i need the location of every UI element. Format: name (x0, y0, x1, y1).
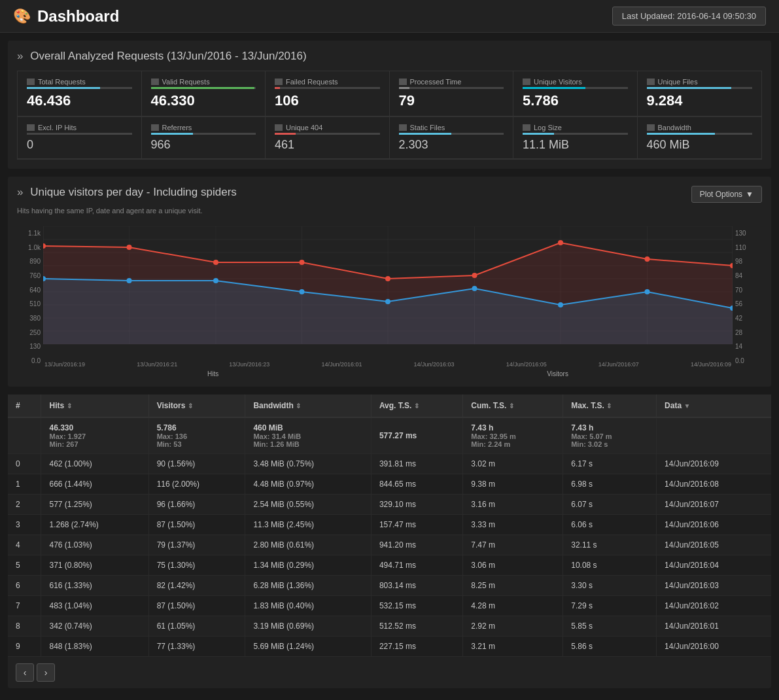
stat-icon (275, 124, 283, 131)
header: 🎨 Dashboard Last Updated: 2016-06-14 09:… (0, 0, 779, 33)
stat-icon (399, 79, 407, 85)
stat-card-bottom-2: Unique 404 461 (266, 117, 390, 159)
svg-point-24 (213, 260, 218, 265)
x-axis-labels: 13/Jun/2016:19 13/Jun/2016:21 13/Jun/201… (43, 361, 733, 368)
stat-card-top-0: Total Requests 46.436 (18, 71, 142, 116)
table-header: # Hits ⇕ Visitors ⇕ Bandwidth ⇕ Avg. T.S… (8, 394, 771, 417)
stats-top-grid: Total Requests 46.436 Valid Requests 46.… (17, 71, 762, 117)
stat-card-bottom-5: Bandwidth 460 MiB (638, 117, 762, 159)
table-row: 1 666 (1.44%) 116 (2.00%) 4.48 MiB (0.97… (8, 474, 771, 495)
stat-bar (647, 133, 753, 135)
col-hits[interactable]: Hits ⇕ (41, 394, 148, 417)
stat-bar (275, 133, 380, 135)
stat-bar (523, 133, 628, 135)
chart-svg (43, 226, 733, 357)
chart-arrow-icon: » (17, 186, 23, 198)
table-body: 46.330 Max: 1.927 Min: 267 5.786 Max: 13… (8, 417, 771, 657)
stat-icon (399, 124, 407, 131)
overview-title: » Overall Analyzed Requests (13/Jun/2016… (17, 50, 762, 63)
stat-bar (275, 87, 380, 89)
table-row: 0 462 (1.00%) 90 (1.56%) 3.48 MiB (0.75%… (8, 454, 771, 474)
table-section: # Hits ⇕ Visitors ⇕ Bandwidth ⇕ Avg. T.S… (8, 394, 771, 688)
stat-card-top-3: Processed Time 79 (390, 71, 514, 116)
chart-header: » Unique visitors per day - Including sp… (17, 186, 762, 224)
table-row: 7 483 (1.04%) 87 (1.50%) 1.83 MiB (0.40%… (8, 596, 771, 616)
svg-point-34 (213, 278, 218, 283)
svg-point-26 (385, 276, 390, 281)
y-axis-right: 130 110 98 84 70 56 42 28 14 0.0 (733, 226, 762, 377)
stat-card-bottom-1: Referrers 966 (142, 117, 266, 159)
dropdown-arrow-icon: ▼ (746, 190, 753, 199)
svg-point-35 (299, 289, 304, 294)
stat-icon (523, 124, 530, 131)
chart-inner: 13/Jun/2016:19 13/Jun/2016:21 13/Jun/201… (43, 226, 733, 377)
col-bandwidth[interactable]: Bandwidth ⇕ (245, 394, 371, 417)
stat-bar (151, 133, 256, 135)
svg-point-28 (558, 240, 563, 245)
prev-page-button[interactable]: ‹ (16, 663, 34, 682)
svg-point-37 (472, 286, 477, 291)
table-row: 9 848 (1.83%) 77 (1.33%) 5.69 MiB (1.24%… (8, 637, 771, 657)
stat-card-bottom-3: Static Files 2.303 (390, 117, 514, 159)
table-row: 8 342 (0.74%) 61 (1.05%) 3.19 MiB (0.69%… (8, 616, 771, 637)
stat-bar (27, 87, 132, 89)
stat-card-bottom-0: Excl. IP Hits 0 (18, 117, 142, 159)
col-num[interactable]: # (8, 394, 41, 417)
sort-icon: ⇕ (296, 402, 301, 410)
col-avg-ts[interactable]: Avg. T.S. ⇕ (371, 394, 462, 417)
stat-icon (27, 124, 35, 131)
table-row: 3 1.268 (2.74%) 87 (1.50%) 11.3 MiB (2.4… (8, 515, 771, 535)
stat-bar (399, 87, 504, 89)
svg-point-36 (385, 299, 390, 304)
table-row: 2 577 (1.25%) 96 (1.66%) 2.54 MiB (0.55%… (8, 495, 771, 515)
stat-bar (647, 87, 753, 89)
table-row: 6 616 (1.33%) 82 (1.42%) 6.28 MiB (1.36%… (8, 576, 771, 596)
svg-point-38 (558, 302, 563, 307)
y-axis-left: 1.1k 1.0k 890 760 640 510 380 250 130 0.… (17, 226, 43, 377)
col-max-ts[interactable]: Max. T.S. ⇕ (563, 394, 657, 417)
sort-icon: ⇕ (414, 402, 419, 410)
svg-point-33 (126, 278, 131, 283)
app-title: 🎨 Dashboard (13, 7, 119, 26)
svg-point-29 (644, 256, 649, 262)
svg-point-39 (644, 289, 649, 294)
sort-icon: ⇕ (188, 402, 193, 410)
stat-card-top-1: Valid Requests 46.330 (142, 71, 266, 116)
stat-icon (647, 124, 655, 131)
sort-icon: ⇕ (606, 402, 612, 410)
svg-point-25 (299, 260, 304, 265)
stats-bottom-grid: Excl. IP Hits 0 Referrers 966 Unique 404… (17, 117, 762, 160)
stat-card-top-2: Failed Requests 106 (266, 71, 390, 116)
axis-labels-row: Hits Visitors (43, 370, 733, 377)
stat-icon (27, 79, 35, 85)
next-page-button[interactable]: › (37, 663, 55, 682)
sort-icon: ⇕ (67, 402, 72, 410)
stat-icon (151, 124, 159, 131)
stat-icon (151, 79, 159, 85)
svg-point-23 (126, 245, 131, 250)
stat-card-top-4: Unique Visitors 5.786 (513, 71, 638, 116)
chart-subtitle: Hits having the same IP, date and agent … (17, 207, 237, 215)
title-text: Dashboard (37, 7, 119, 26)
chart-title: » Unique visitors per day - Including sp… (17, 186, 237, 199)
stat-bar (399, 133, 504, 135)
stat-icon (275, 79, 283, 85)
stat-card-top-5: Unique Files 9.284 (638, 71, 762, 116)
stat-icon (523, 79, 530, 85)
col-data[interactable]: Data ▼ (657, 394, 771, 417)
arrow-icon: » (17, 50, 23, 62)
chart-section: » Unique visitors per day - Including sp… (8, 177, 771, 387)
stat-card-bottom-4: Log Size 11.1 MiB (513, 117, 638, 159)
plot-options-button[interactable]: Plot Options ▼ (691, 186, 762, 203)
table-row: 4 476 (1.03%) 79 (1.37%) 2.80 MiB (0.61%… (8, 535, 771, 555)
col-cum-ts[interactable]: Cum. T.S. ⇕ (463, 394, 563, 417)
stat-bar (523, 87, 628, 89)
data-table: # Hits ⇕ Visitors ⇕ Bandwidth ⇕ Avg. T.S… (8, 394, 771, 657)
stat-bar (151, 87, 256, 89)
table-row: 5 371 (0.80%) 75 (1.30%) 1.34 MiB (0.29%… (8, 555, 771, 576)
col-visitors[interactable]: Visitors ⇕ (148, 394, 245, 417)
sort-icon: ⇕ (509, 402, 514, 410)
dashboard-icon: 🎨 (13, 8, 31, 25)
pagination: ‹ › (8, 657, 771, 688)
stat-icon (647, 79, 655, 85)
